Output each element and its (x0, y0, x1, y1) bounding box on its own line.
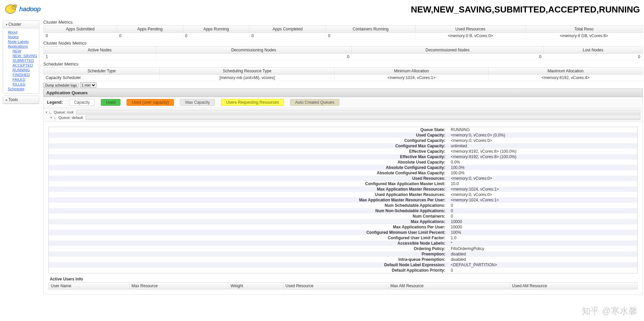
column-header[interactable]: Lost Nodes (543, 47, 642, 54)
column-header[interactable]: Max AM Resource (388, 282, 510, 290)
queue-detail-label: Intra-queue Preemption: (49, 257, 448, 262)
legend-max: Max Capacity (180, 99, 215, 106)
nav-app-state-failed[interactable]: FAILED (13, 77, 39, 82)
queue-detail-row: Configured Minimum User Limit Percent:10… (49, 230, 637, 235)
column-header[interactable]: User Name (49, 282, 130, 290)
queue-detail-label: Configured User Limit Factor: (49, 235, 448, 241)
table-cell: <memory:0 B, vCores:0> (415, 33, 525, 39)
column-header[interactable]: Apps Pending (117, 26, 183, 33)
column-header[interactable]: Apps Running (183, 26, 249, 33)
table-cell: Capacity Scheduler (44, 75, 160, 81)
queue-detail-value: disabled (448, 251, 637, 257)
queue-detail-value: 0 (448, 268, 637, 273)
column-header[interactable]: Apps Completed (249, 26, 326, 33)
column-header[interactable]: Decommissioned Nodes (352, 47, 544, 54)
legend-label: Legend: (47, 100, 63, 105)
queue-detail-label: Configured Max Capacity: (49, 143, 448, 149)
queue-detail-label: Queue State: (49, 127, 448, 132)
nav-node-labels[interactable]: Node Labels (8, 39, 39, 44)
nav-applications[interactable]: Applications (8, 44, 39, 49)
table-cell: 0 (183, 33, 249, 39)
queue-detail-row: Max Applications Per User:10000 (49, 224, 637, 230)
caret-down-icon[interactable]: ▾ (50, 116, 52, 119)
queue-detail-value: disabled (448, 257, 637, 262)
cluster-metrics-table: Apps SubmittedApps PendingApps RunningAp… (43, 25, 643, 39)
legend-requesting: Users Requesting Resources (221, 99, 284, 106)
nav-app-state-submitted[interactable]: SUBMITTED (13, 58, 39, 63)
nav-app-state-running[interactable]: RUNNING (13, 68, 39, 72)
queue-detail-value: 0 (448, 214, 637, 219)
table-cell: 0 (44, 33, 117, 39)
column-header[interactable]: Apps Submitted (44, 26, 117, 33)
queue-detail-value: <memory:8192, vCores:8> (100.0%) (448, 154, 637, 159)
queue-row-root[interactable]: ▾ ∟ Queue: root (46, 109, 640, 115)
nav-app-state-finished[interactable]: FINISHED (13, 72, 39, 77)
nav-app-state-new_saving[interactable]: NEW_SAVING (13, 53, 39, 58)
queue-detail-value: 100.0% (448, 170, 637, 176)
application-queues-header[interactable]: Application Queues (43, 89, 643, 97)
nav-app-state-accepted[interactable]: ACCEPTED (13, 63, 39, 68)
column-header[interactable]: Total Reso (526, 26, 643, 33)
queue-row-default[interactable]: ▾ ∟ Queue: default (50, 115, 640, 120)
column-header[interactable]: Active Nodes (44, 47, 156, 54)
queue-detail-value: 1.0 (448, 235, 637, 241)
queue-detail-row: Absolute Configured Capacity:100.0% (49, 165, 637, 170)
table-cell: [memory-mb (unit=Mi), vcores] (160, 75, 334, 81)
dump-interval-select[interactable]: 1 min (80, 82, 96, 88)
column-header[interactable]: Used Resources (415, 26, 525, 33)
sidebar-header-cluster[interactable]: Cluster (3, 21, 39, 28)
column-header[interactable]: Minimum Allocation (334, 68, 488, 75)
table-cell: 1 (44, 54, 156, 60)
column-header[interactable]: Decommissioning Nodes (156, 47, 352, 54)
queue-detail-value: <memory:8192, vCores:8> (100.0%) (448, 149, 637, 154)
cluster-metrics-title: Cluster Metrics (43, 20, 643, 25)
queue-detail-row: Max Applications:10000 (49, 219, 637, 224)
table-cell: <memory:1024, vCores:1> (334, 75, 488, 81)
queue-detail-value: <memory:0, vCores:0> (448, 176, 637, 181)
column-header[interactable]: Containers Running (326, 26, 416, 33)
queue-detail-label: Configured Capacity: (49, 138, 448, 143)
nav-scheduler[interactable]: Scheduler (8, 87, 39, 91)
queue-detail-row: Used Application Master Resources:<memor… (49, 192, 637, 197)
column-header[interactable]: Used Resource (283, 282, 388, 290)
queue-detail-row: Configured Capacity:<memory:0, vCores:0> (49, 138, 637, 143)
sidebar-header-tools[interactable]: Tools (3, 96, 39, 104)
queue-detail-row: Queue State:RUNNING (49, 127, 637, 132)
queue-detail-label: Effective Capacity: (49, 149, 448, 154)
column-header[interactable]: Weight (228, 282, 283, 290)
legend-capacity: Capacity (69, 99, 95, 106)
nav-app-state-new[interactable]: NEW (13, 49, 39, 53)
column-header[interactable]: Scheduling Resource Type (160, 68, 334, 75)
nav-about[interactable]: About (8, 30, 39, 34)
queue-detail-row: Absolute Configured Max Capacity:100.0% (49, 170, 637, 176)
nav-nodes[interactable]: Nodes (8, 34, 39, 39)
caret-down-icon[interactable]: ▾ (46, 110, 47, 114)
column-header[interactable]: Scheduler Type (44, 68, 160, 75)
queue-detail-value: <DEFAULT_PARTITION> (448, 262, 637, 268)
nav-app-states: NEWNEW_SAVINGSUBMITTEDACCEPTEDRUNNINGFIN… (8, 49, 39, 87)
queue-detail-label: Preemption: (49, 251, 448, 257)
queue-usage-bar (86, 115, 640, 120)
queue-detail-row: Preemption:disabled (49, 251, 637, 257)
queue-tree: ▾ ∟ Queue: root ▾ ∟ Queue: default (43, 108, 643, 122)
queue-detail-label: Absolute Configured Max Capacity: (49, 170, 448, 176)
queue-detail-value: 100.0% (448, 165, 637, 170)
queue-detail-row: Accessible Node Labels:* (49, 241, 637, 246)
page-title: NEW,NEW_SAVING,SUBMITTED,ACCEPTED,RUNNIN… (411, 4, 640, 15)
queue-detail-value: * (448, 241, 637, 246)
queue-detail-row: Default Node Label Expression:<DEFAULT_P… (49, 262, 637, 268)
column-header[interactable]: Max Resource (129, 282, 228, 290)
queue-detail-label: Used Resources: (49, 176, 448, 181)
queue-detail-row: Configured User Limit Factor:1.0 (49, 235, 637, 241)
queue-detail-value: 10.0 (448, 181, 637, 187)
queue-detail-label: Accessible Node Labels: (49, 241, 448, 246)
queue-detail-row: Num Schedulable Applications:0 (49, 203, 637, 208)
nav-app-state-killed[interactable]: KILLED (13, 82, 39, 87)
queue-detail-label: Default Application Priority: (49, 268, 448, 273)
queue-detail-value: FifoOrderingPolicy (448, 246, 637, 251)
dump-scheduler-logs-button[interactable]: Dump scheduler logs (43, 83, 79, 88)
column-header[interactable]: Used AM Resource (510, 282, 638, 290)
column-header[interactable]: Maximum Allocation (488, 68, 642, 75)
queue-detail-label: Num Non-Schedulable Applications: (49, 208, 448, 214)
queue-detail-label: Max Applications: (49, 219, 448, 224)
